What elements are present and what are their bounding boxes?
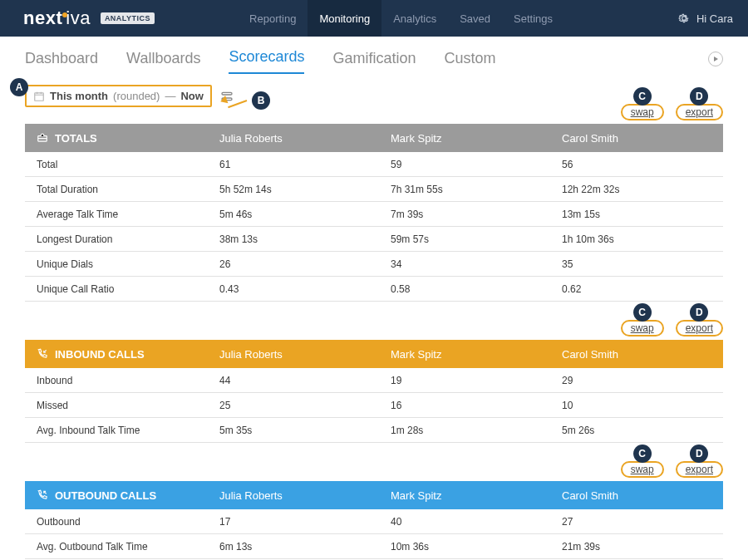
table-row: Unique Dials263435 [25,252,723,277]
column-mark: Mark Spitz [379,348,550,361]
annotation-d: D [690,445,708,463]
row-value: 16 [379,400,550,411]
annotation-d: D [690,303,708,322]
inbound-title-cell: INBOUND CALLS [25,348,208,361]
row-label: Total [25,159,208,170]
row-value: 0.43 [208,283,379,295]
top-bar: nextiva ANALYTICS Reporting Monitoring A… [0,0,748,37]
table-row: Outbound174027 [25,509,723,534]
row-value: 7h 31m 55s [379,184,550,195]
annotation-a: A [10,78,28,96]
table-row: Missed251610 [25,393,723,418]
annotation-c: C [633,87,652,106]
export-link[interactable]: D export [676,320,723,336]
table-row: Avg. Inbound Talk Time5m 35s1m 28s5m 26s [25,418,723,443]
brand-name: nextiva [23,7,91,29]
row-label: Inbound [25,375,208,386]
table-row: Avg. Outbound Talk Time6m 13s10m 36s21m … [25,534,723,559]
row-value: 0.62 [550,283,721,295]
sub-nav: Dashboard Wallboards Scorecards Gamifica… [0,37,748,75]
nav-monitoring[interactable]: Monitoring [308,0,381,37]
row-value: 13m 15s [550,209,721,220]
row-value: 56 [550,159,721,170]
row-value: 6m 13s [208,541,379,553]
phone-outbound-icon [37,489,48,501]
row-value: 44 [208,375,379,386]
row-value: 5h 52m 14s [208,184,379,195]
row-value: 61 [208,159,379,170]
tab-scorecards[interactable]: Scorecards [229,48,304,74]
inbound-rows: Inbound441929Missed251610Avg. Inbound Ta… [25,368,723,443]
user-area[interactable]: Hi Cara [678,12,733,25]
outbound-rows: Outbound174027Avg. Outbound Talk Time6m … [25,509,723,559]
page-content: A This month (rounded) — Now B C swap D … [0,75,748,560]
row-value: 38m 13s [208,233,379,245]
annotation-d: D [690,87,708,106]
row-label: Missed [25,400,208,411]
table-row: Inbound441929 [25,368,723,393]
table-row: Total Duration5h 52m 14s7h 31m 55s12h 22… [25,177,723,202]
row-label: Unique Dials [25,258,208,270]
totals-actions: C swap D export [621,104,723,120]
column-julia: Julia Roberts [208,132,379,145]
nav-saved[interactable]: Saved [448,0,502,37]
row-value: 17 [208,516,379,528]
outbound-block: C swap D export OUTBOUND CALLS Julia Rob… [25,481,723,559]
row-value: 1h 10m 36s [550,233,721,245]
nav-settings[interactable]: Settings [502,0,564,37]
column-carol: Carol Smith [550,132,721,145]
export-link[interactable]: D export [676,461,723,478]
range-now: Now [180,90,203,102]
totals-rows: Total615956Total Duration5h 52m 14s7h 31… [25,152,723,302]
range-period: This month [50,90,108,102]
inbound-title: INBOUND CALLS [55,348,145,361]
export-link[interactable]: D export [676,104,723,120]
calendar-icon [33,91,45,102]
row-value: 10 [550,400,721,411]
inbound-block: C swap D export INBOUND CALLS Julia Robe… [25,340,723,443]
totals-title: TOTALS [55,132,97,145]
table-row: Unique Call Ratio0.430.580.62 [25,277,723,302]
outbound-title: OUTBOUND CALLS [55,489,156,502]
swap-link[interactable]: C swap [621,461,664,478]
svg-rect-0 [35,92,44,100]
annotation-c: C [633,303,652,322]
phone-inbound-icon [37,348,48,360]
nav-analytics[interactable]: Analytics [381,0,448,37]
tab-dashboard[interactable]: Dashboard [25,50,98,74]
row-value: 7m 39s [379,209,550,220]
inbound-actions: C swap D export [621,320,723,336]
gear-icon [678,12,690,24]
tab-custom[interactable]: Custom [445,50,496,74]
tab-gamification[interactable]: Gamification [332,50,416,74]
totals-block: C swap D export TOTALS Julia Roberts Mar… [25,124,723,302]
play-button[interactable] [708,52,723,66]
row-value: 25 [208,400,379,411]
brand-badge: ANALYTICS [101,12,155,24]
swap-link[interactable]: C swap [621,320,664,336]
row-value: 59 [379,159,550,170]
swap-link[interactable]: C swap [621,104,664,120]
column-mark: Mark Spitz [379,132,550,145]
row-value: 34 [379,258,550,270]
row-value: 0.58 [379,283,550,295]
row-value: 59m 57s [379,233,550,245]
range-rounding: (rounded) [113,90,160,102]
row-value: 12h 22m 32s [550,184,721,195]
date-range-picker[interactable]: This month (rounded) — Now [25,85,212,107]
range-separator: — [165,90,175,102]
nav-reporting[interactable]: Reporting [238,0,308,37]
annotation-c: C [633,445,652,463]
row-value: 5m 35s [208,425,379,436]
row-label: Outbound [25,516,208,528]
tab-wallboards[interactable]: Wallboards [126,50,200,74]
row-label: Unique Call Ratio [25,283,208,295]
row-label: Average Talk Time [25,209,208,220]
row-label: Avg. Outbound Talk Time [25,541,208,553]
row-value: 10m 36s [379,541,550,553]
row-value: 26 [208,258,379,270]
row-value: 35 [550,258,721,270]
row-label: Avg. Inbound Talk Time [25,425,208,436]
table-row: Total615956 [25,152,723,177]
range-row: A This month (rounded) — Now B [25,85,723,107]
